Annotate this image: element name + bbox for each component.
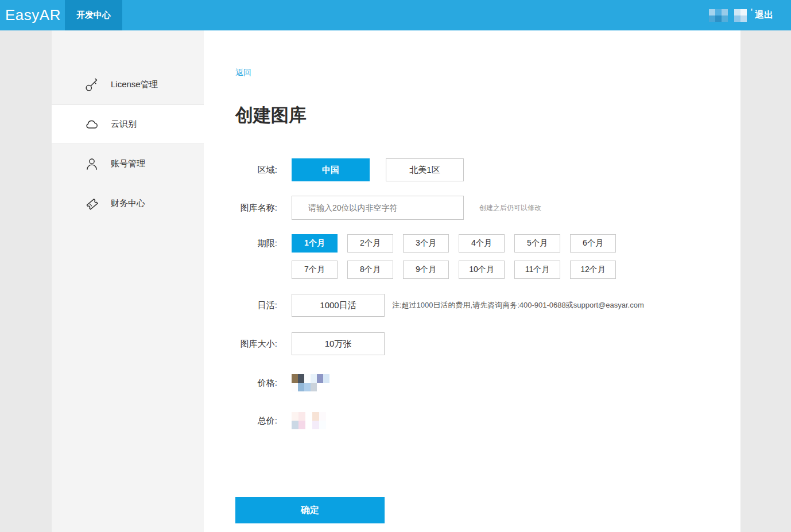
sidebar: License管理 云识别 账号管理 财务中心 [52,30,204,532]
duration-option-4[interactable]: 4个月 [459,234,505,253]
censored-username-tick: ' [750,6,753,16]
duration-option-9[interactable]: 9个月 [403,261,449,279]
confirm-button[interactable]: 确定 [235,497,385,523]
page-title: 创建图库 [235,103,740,127]
duration-option-5[interactable]: 5个月 [514,234,560,253]
duration-option-11[interactable]: 11个月 [514,261,560,279]
library-name-input[interactable] [292,196,464,220]
duration-row: 期限: 1个月 2个月 3个月 4个月 5个月 6个月 7个月 8个月 9个月 … [235,234,740,279]
censored-total-value [292,412,326,429]
duration-option-8[interactable]: 8个月 [347,261,393,279]
duration-label: 期限: [235,234,277,253]
duration-option-7[interactable]: 7个月 [292,261,338,279]
main-content: 返回 创建图库 区域: 中国 北美1区 图库名称: 创建之后仍可以修改 期限: … [204,30,740,532]
sidebar-item-label: 财务中心 [111,198,145,209]
sidebar-item-label: License管理 [111,79,158,90]
censored-price-value [292,374,329,391]
region-option-china[interactable]: 中国 [292,158,370,181]
total-row: 总价: [235,412,740,429]
duration-option-6[interactable]: 6个月 [570,234,616,253]
app-shell: License管理 云识别 账号管理 财务中心 返回 创建图库 区域: [52,30,740,532]
library-name-row: 图库名称: 创建之后仍可以修改 [235,196,740,220]
duration-options: 1个月 2个月 3个月 4个月 5个月 6个月 7个月 8个月 9个月 10个月… [292,234,616,279]
duration-option-3[interactable]: 3个月 [403,234,449,253]
daily-active-row: 日活: 1000日活 注:超过1000日活的费用,请先咨询商务:400-901-… [235,294,740,317]
duration-option-2[interactable]: 2个月 [347,234,393,253]
sidebar-item-cloud-recognition[interactable]: 云识别 [52,104,204,144]
topbar: EasyAR 开发中心 ' 退出 [0,0,791,30]
sidebar-item-label: 账号管理 [111,158,145,169]
library-name-note: 创建之后仍可以修改 [479,203,541,213]
censored-username [709,9,747,22]
price-label: 价格: [235,378,277,389]
easyar-logo[interactable]: EasyAR [5,0,53,30]
region-row: 区域: 中国 北美1区 [235,158,740,181]
total-label: 总价: [235,415,277,426]
topbar-right: ' 退出 [709,0,773,30]
cloud-icon [84,117,99,132]
library-size-label: 图库大小: [235,339,277,350]
sidebar-item-finance[interactable]: 财务中心 [52,184,204,223]
region-label: 区域: [235,165,277,176]
sidebar-item-license[interactable]: License管理 [52,65,204,104]
library-size-row: 图库大小: 10万张 [235,332,740,355]
duration-option-10[interactable]: 10个月 [459,261,505,279]
daily-active-note: 注:超过1000日活的费用,请先咨询商务:400-901-0688或suppor… [392,300,644,310]
user-icon [84,157,99,172]
daily-active-label: 日活: [235,300,277,311]
price-row: 价格: [235,374,740,391]
region-option-na1[interactable]: 北美1区 [386,158,464,181]
library-name-label: 图库名称: [235,203,277,213]
daily-active-value[interactable]: 1000日活 [292,294,385,317]
logout-link[interactable]: 退出 [755,9,773,21]
back-link[interactable]: 返回 [235,68,251,78]
sidebar-item-label: 云识别 [111,119,137,130]
duration-option-1[interactable]: 1个月 [292,234,338,253]
ticket-icon [84,196,99,211]
library-size-value[interactable]: 10万张 [292,332,385,355]
duration-option-12[interactable]: 12个月 [570,261,616,279]
key-icon [84,77,99,92]
tab-dev-center[interactable]: 开发中心 [65,0,122,30]
sidebar-item-account[interactable]: 账号管理 [52,144,204,184]
